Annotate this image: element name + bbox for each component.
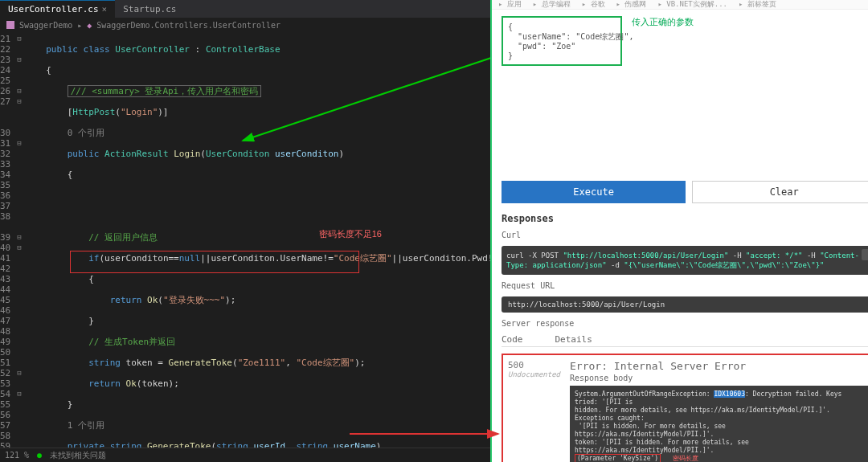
copy-icon[interactable] <box>862 249 868 260</box>
param-hint: 传入正确的参数 <box>632 16 694 28</box>
curl-box[interactable]: curl -X POST "http://localhost:5000/api/… <box>502 246 868 275</box>
breadcrumb-path: SwaggerDemo.Controllers.UserController <box>96 21 280 30</box>
close-icon[interactable]: × <box>102 4 108 14</box>
breadcrumb: SwaggerDemo ▸ ◆ SwaggerDemo.Controllers.… <box>0 18 490 32</box>
response-body-text[interactable]: System.ArgumentOutOfRangeException: IDX1… <box>570 386 868 462</box>
swagger-pane: ▸ 应用▸ 总学编程▸ 谷歌▸ 伤感网▸ VB.NET实例解...▸ 新标签页 … <box>490 0 868 462</box>
status-bar: 121 % ● 未找到相关问题 <box>0 448 490 462</box>
zoom-level[interactable]: 121 % <box>5 451 29 460</box>
response-body-box: 500 Undocumented Error: Internal Server … <box>502 354 868 462</box>
editor[interactable]: 2122232425262730313233343536373839404142… <box>0 32 490 448</box>
browser-bookmarks: ▸ 应用▸ 总学编程▸ 谷歌▸ 伤感网▸ VB.NET实例解...▸ 新标签页 <box>492 0 868 10</box>
bookmark-item[interactable]: ▸ 新标签页 <box>739 0 776 10</box>
undocumented-label: Undocumented <box>508 370 560 378</box>
responses-heading: Responses <box>502 213 868 224</box>
tab-startup[interactable]: Startup.cs <box>115 1 184 18</box>
execute-button[interactable]: Execute <box>502 181 686 203</box>
error-title: Error: Internal Server Error <box>570 360 868 372</box>
status-code: 500 <box>508 360 560 370</box>
code-area[interactable]: public class UserController : Controller… <box>22 32 490 448</box>
clear-button[interactable]: Clear <box>692 181 868 203</box>
bookmark-item[interactable]: ▸ 总学编程 <box>533 0 571 10</box>
server-response-label: Server response <box>502 319 868 328</box>
line-gutter: 2122232425262730313233343536373839404142… <box>0 32 17 448</box>
curl-label: Curl <box>502 231 868 239</box>
request-url-label: Request URL <box>502 281 868 290</box>
request-url-box[interactable]: http://localhost:5000/api/User/Login <box>502 296 868 313</box>
file-icon <box>6 21 14 29</box>
tab-bar: UserController.cs× Startup.cs <box>0 0 490 18</box>
bookmark-item[interactable]: ▸ VB.NET实例解... <box>657 0 727 10</box>
annotation-keylen: 密码长度不足16 <box>319 229 382 239</box>
issues[interactable]: 未找到相关问题 <box>50 450 106 461</box>
breadcrumb-file: SwaggerDemo <box>19 21 72 30</box>
bookmark-item[interactable]: ▸ 伤感网 <box>616 0 647 10</box>
bookmark-item[interactable]: ▸ 谷歌 <box>582 0 605 10</box>
bookmark-item[interactable]: ▸ 应用 <box>498 0 522 10</box>
code-pane: UserController.cs× Startup.cs SwaggerDem… <box>0 0 490 462</box>
response-header-row: CodeDetails <box>502 334 868 347</box>
response-body-label: Response body <box>570 374 868 382</box>
request-body-input[interactable]: { "userName": "Code综艺圈", "pwd": "Zoe" } <box>502 16 622 66</box>
tab-usercontroller[interactable]: UserController.cs× <box>0 0 115 18</box>
